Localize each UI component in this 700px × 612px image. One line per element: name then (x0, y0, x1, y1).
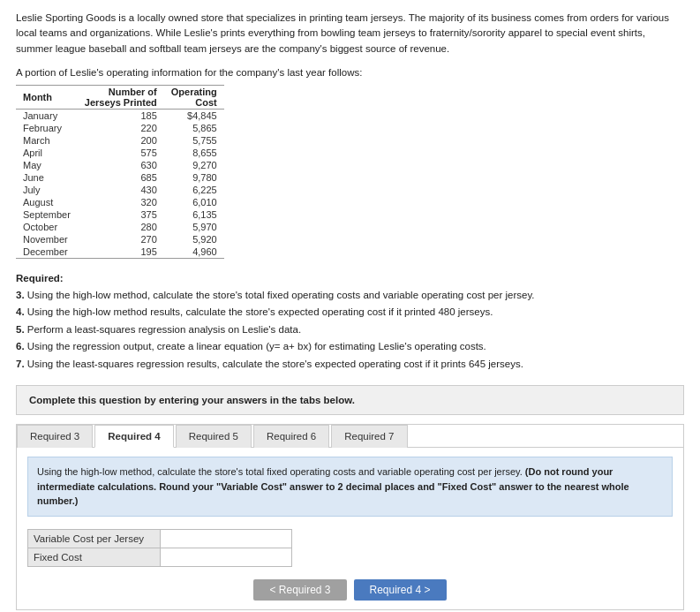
table-cell-2: 8,655 (164, 147, 224, 159)
table-row: February2205,865 (16, 122, 224, 134)
input-row: Variable Cost per Jersey (28, 529, 292, 548)
table-cell-0: August (16, 196, 78, 208)
tab-req6[interactable]: Required 6 (253, 425, 329, 448)
variable_cost-cell (160, 529, 291, 548)
table-cell-2: 5,755 (164, 134, 224, 147)
col-header-cost: OperatingCost (164, 85, 224, 109)
table-cell-0: April (16, 147, 78, 159)
intro-paragraph: Leslie Sporting Goods is a locally owned… (16, 11, 684, 57)
table-cell-2: 5,865 (164, 122, 224, 134)
tabs-row: Required 3Required 4Required 5Required 6… (17, 425, 683, 448)
table-cell-1: 685 (78, 171, 164, 184)
table-row: January185$4,845 (16, 109, 224, 122)
required-title: Required: (16, 273, 684, 283)
tab-instruction: Using the high-low method, calculate the… (27, 457, 673, 517)
table-cell-2: 4,960 (164, 246, 224, 259)
tab-req5[interactable]: Required 5 (176, 425, 252, 448)
tab-content-area: Using the high-low method, calculate the… (17, 448, 683, 609)
required-items-list: 3. Using the high-low method, calculate … (16, 287, 684, 374)
table-cell-2: 6,135 (164, 208, 224, 221)
table-row: March2005,755 (16, 134, 224, 147)
table-cell-1: 270 (78, 233, 164, 246)
table-cell-1: 630 (78, 159, 164, 171)
next-button[interactable]: Required 4 > (354, 579, 447, 601)
required-item: 4. Using the high-low method results, ca… (16, 304, 684, 321)
required-item: 6. Using the regression output, create a… (16, 338, 684, 356)
table-cell-2: $4,845 (164, 109, 224, 122)
tab-instruction-normal: Using the high-low method, calculate the… (37, 466, 525, 477)
table-cell-2: 6,225 (164, 184, 224, 196)
required-item: 5. Perform a least-squares regression an… (16, 321, 684, 339)
data-table: Month Number ofJerseys Printed Operating… (16, 85, 224, 259)
table-cell-0: May (16, 159, 78, 171)
table-cell-2: 9,270 (164, 159, 224, 171)
col-header-month: Month (16, 85, 78, 109)
table-cell-0: September (16, 208, 78, 221)
variable_cost-label: Variable Cost per Jersey (28, 529, 161, 548)
tabs-container: Required 3Required 4Required 5Required 6… (16, 424, 684, 610)
table-row: December1954,960 (16, 246, 224, 259)
table-cell-1: 195 (78, 246, 164, 259)
table-cell-1: 185 (78, 109, 164, 122)
tab-req7[interactable]: Required 7 (331, 425, 407, 448)
table-cell-0: October (16, 221, 78, 233)
table-row: April5758,655 (16, 147, 224, 159)
tab-req3[interactable]: Required 3 (17, 425, 93, 448)
table-row: July4306,225 (16, 184, 224, 196)
input-form-table: Variable Cost per JerseyFixed Cost (27, 529, 292, 567)
table-cell-2: 5,970 (164, 221, 224, 233)
table-cell-0: January (16, 109, 78, 122)
input-row: Fixed Cost (28, 548, 292, 566)
table-cell-1: 200 (78, 134, 164, 147)
table-cell-1: 375 (78, 208, 164, 221)
section-label: A portion of Leslie's operating informat… (16, 67, 684, 78)
fixed_cost-cell (160, 548, 291, 566)
required-item: 3. Using the high-low method, calculate … (16, 287, 684, 305)
table-cell-2: 9,780 (164, 171, 224, 184)
table-row: November2705,920 (16, 233, 224, 246)
table-cell-0: February (16, 122, 78, 134)
table-cell-1: 430 (78, 184, 164, 196)
required-item: 7. Using the least-squares regression re… (16, 356, 684, 374)
nav-buttons: < Required 3 Required 4 > (27, 579, 673, 601)
complete-box: Complete this question by entering your … (16, 385, 684, 415)
table-cell-1: 280 (78, 221, 164, 233)
table-cell-1: 220 (78, 122, 164, 134)
table-row: May6309,270 (16, 159, 224, 171)
table-cell-2: 6,010 (164, 196, 224, 208)
table-cell-0: June (16, 171, 78, 184)
table-cell-0: December (16, 246, 78, 259)
table-row: October2805,970 (16, 221, 224, 233)
prev-button[interactable]: < Required 3 (253, 579, 346, 601)
complete-box-text: Complete this question by entering your … (29, 395, 355, 405)
variable_cost-input[interactable] (166, 533, 286, 545)
tab-req4[interactable]: Required 4 (94, 425, 173, 448)
table-cell-2: 5,920 (164, 233, 224, 246)
table-cell-1: 320 (78, 196, 164, 208)
table-cell-0: March (16, 134, 78, 147)
table-cell-0: July (16, 184, 78, 196)
fixed_cost-label: Fixed Cost (28, 548, 161, 566)
table-row: June6859,780 (16, 171, 224, 184)
table-cell-1: 575 (78, 147, 164, 159)
table-row: September3756,135 (16, 208, 224, 221)
col-header-jerseys: Number ofJerseys Printed (78, 85, 164, 109)
table-row: August3206,010 (16, 196, 224, 208)
fixed_cost-input[interactable] (166, 551, 286, 563)
required-section: Required: 3. Using the high-low method, … (16, 273, 684, 374)
table-cell-0: November (16, 233, 78, 246)
